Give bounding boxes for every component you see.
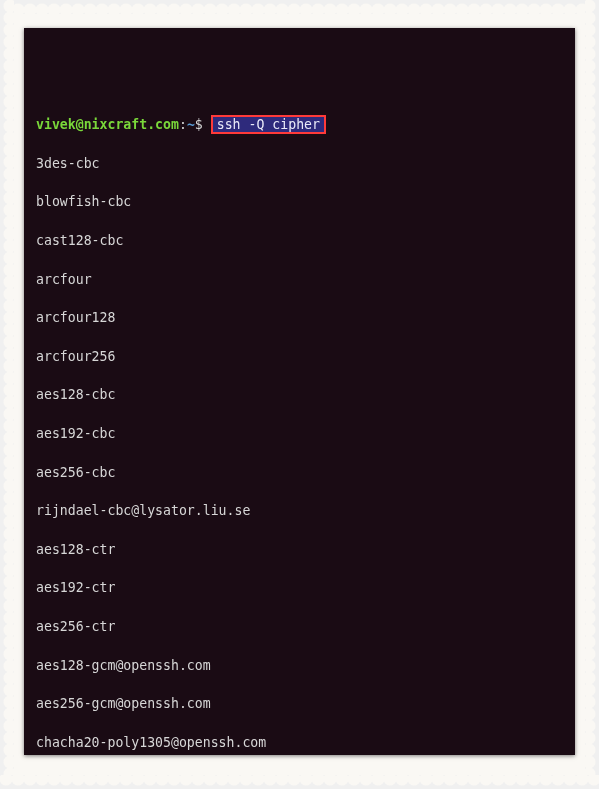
output-line: aes128-ctr	[36, 540, 563, 559]
output-line: chacha20-poly1305@openssh.com	[36, 733, 563, 752]
output-line: aes256-cbc	[36, 463, 563, 482]
output-line: rijndael-cbc@lysator.liu.se	[36, 501, 563, 520]
command-text: ssh -Q cipher	[211, 115, 326, 134]
deckle-right	[585, 0, 599, 789]
output-line: aes192-ctr	[36, 578, 563, 597]
output-line: aes256-ctr	[36, 617, 563, 636]
output-line: arcfour128	[36, 308, 563, 327]
output-line: blowfish-cbc	[36, 192, 563, 211]
output-line: aes192-cbc	[36, 424, 563, 443]
photo-frame: vivek@nixcraft.com:~$ ssh -Q cipher 3des…	[0, 0, 599, 789]
prompt-sigil: $	[195, 117, 203, 132]
prompt-path: ~	[187, 117, 195, 132]
output-line: 3des-cbc	[36, 154, 563, 173]
terminal[interactable]: vivek@nixcraft.com:~$ ssh -Q cipher 3des…	[24, 28, 575, 755]
output-line: arcfour256	[36, 347, 563, 366]
output-line: cast128-cbc	[36, 231, 563, 250]
output-line: arcfour	[36, 270, 563, 289]
prompt-sep: :	[179, 117, 187, 132]
output-line: aes128-gcm@openssh.com	[36, 656, 563, 675]
output-line: aes256-gcm@openssh.com	[36, 694, 563, 713]
deckle-left	[0, 0, 14, 789]
prompt-line: vivek@nixcraft.com:~$ ssh -Q cipher	[36, 115, 563, 134]
output-line: aes128-cbc	[36, 385, 563, 404]
prompt-user-host: vivek@nixcraft.com	[36, 117, 179, 132]
